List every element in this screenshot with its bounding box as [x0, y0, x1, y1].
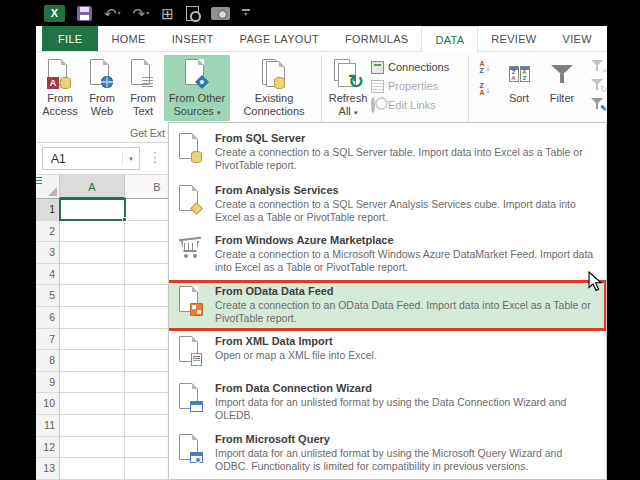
name-box[interactable]: A1 ▾	[42, 147, 140, 170]
row-header[interactable]: 7	[36, 329, 60, 351]
existing-connections-button[interactable]: ExistingConnections	[230, 55, 318, 121]
excel-window: X ↶ ▾ ↷ ▾ ⊞ ▾ FILE HOM	[0, 0, 640, 480]
undo-button[interactable]: ↶ ▾	[104, 6, 121, 21]
reapply-filter-button: ↻	[590, 79, 606, 92]
qat-more-arrow: ▾	[244, 12, 247, 17]
tab-home[interactable]: HOME	[98, 26, 158, 51]
cell[interactable]	[60, 285, 125, 307]
dropdown-arrow-icon: ▾	[217, 109, 221, 116]
sql-server-icon	[178, 133, 204, 163]
from-access-button[interactable]: A FromAccess	[38, 55, 82, 121]
menu-item-from-analysis-services[interactable]: From Analysis Services Create a connecti…	[169, 180, 606, 230]
menu-item-title: From Analysis Services	[215, 184, 594, 197]
cell[interactable]	[60, 329, 125, 351]
excel-logo-letter: X	[51, 8, 58, 19]
undo-icon: ↶	[104, 6, 117, 21]
from-other-sources-icon	[184, 59, 210, 89]
connections-button[interactable]: Connections	[371, 59, 465, 75]
advanced-filter-button[interactable]: ✎	[590, 98, 606, 111]
customize-qat-button[interactable]: ▾	[242, 9, 250, 17]
menu-item-description: Create a connection to a SQL Server tabl…	[215, 146, 594, 172]
menu-item-from-odata-data-feed[interactable]: From OData Data Feed Create a connection…	[168, 280, 607, 331]
menu-item-from-microsoft-query[interactable]: From Microsoft Query Import data for an …	[169, 429, 606, 480]
tab-data[interactable]: DATA	[421, 26, 478, 52]
print-preview-icon[interactable]	[186, 6, 199, 21]
row-header[interactable]: 6	[36, 307, 60, 329]
camera-icon[interactable]	[211, 7, 230, 20]
sort-descending-button[interactable]: ZA ↓	[479, 82, 490, 96]
menu-item-from-xml-data-import[interactable]: From XML Data Import Open or map a XML f…	[169, 331, 606, 378]
tab-file[interactable]: FILE	[42, 26, 98, 51]
row-header[interactable]: 4	[36, 264, 60, 286]
letterbox-right	[607, 0, 640, 480]
menu-item-description: Import data for an unlisted format by us…	[215, 396, 594, 422]
row-header[interactable]: 1	[36, 199, 60, 221]
xml-import-icon	[178, 336, 204, 366]
sort-za-icon: ↓	[486, 84, 491, 95]
cell-a1[interactable]	[60, 199, 125, 221]
from-other-sources-button[interactable]: From Other Sources ▾	[164, 55, 230, 121]
menu-item-description: Create a connection to an OData Data Fee…	[215, 299, 592, 325]
row-header[interactable]: 12	[36, 437, 60, 459]
tab-view[interactable]: VIEW	[550, 26, 605, 51]
save-icon[interactable]	[77, 6, 92, 21]
tab-review[interactable]: REVIEW	[478, 26, 549, 51]
row-header[interactable]: 9	[36, 372, 60, 394]
menu-item-from-windows-azure-marketplace[interactable]: From Windows Azure Marketplace Create a …	[169, 230, 606, 280]
excel-logo-icon[interactable]: X	[44, 5, 65, 22]
column-header-a[interactable]: A	[60, 175, 125, 198]
data-connection-wizard-icon	[178, 383, 204, 413]
filter-icon	[550, 63, 574, 85]
row-header[interactable]: 8	[36, 350, 60, 372]
menu-item-from-sql-server[interactable]: From SQL Server Create a connection to a…	[169, 128, 606, 180]
tab-insert[interactable]: INSERT	[159, 26, 227, 51]
edit-links-button: Edit Links	[371, 97, 465, 113]
formula-bar-grip-icon[interactable]: ⋮	[148, 149, 162, 165]
redo-button[interactable]: ↷ ▾	[133, 6, 150, 21]
cell[interactable]	[60, 415, 125, 437]
cell[interactable]	[60, 242, 125, 264]
name-box-dropdown-icon[interactable]: ▾	[123, 155, 139, 163]
cell[interactable]	[60, 264, 125, 286]
menu-item-from-data-connection-wizard[interactable]: From Data Connection Wizard Import data …	[169, 378, 606, 429]
cell[interactable]	[60, 372, 125, 394]
row-header[interactable]: 10	[36, 393, 60, 415]
cell[interactable]	[60, 437, 125, 459]
from-text-icon	[130, 59, 156, 89]
row-header[interactable]: 13	[36, 458, 60, 480]
sort-button[interactable]: ZA AZ Sort	[498, 55, 540, 121]
row-header[interactable]: 5	[36, 285, 60, 307]
sort-icon: ZA AZ	[509, 66, 530, 82]
cell[interactable]	[60, 307, 125, 329]
row-header[interactable]: 11	[36, 415, 60, 437]
menu-item-description: Create a connection to a SQL Server Anal…	[215, 198, 594, 224]
from-text-button[interactable]: FromText	[122, 55, 164, 121]
filter-button[interactable]: Filter	[540, 55, 584, 121]
menu-item-title: From XML Data Import	[215, 335, 594, 348]
reapply-filter-icon: ↻	[600, 86, 607, 94]
menu-item-title: From Microsoft Query	[215, 433, 594, 446]
undo-dropdown-icon[interactable]: ▾	[118, 6, 121, 21]
clear-filter-button: ×	[590, 60, 606, 73]
letterbox-left	[0, 0, 36, 480]
menu-item-title: From SQL Server	[215, 132, 594, 145]
tab-formulas[interactable]: FORMULAS	[332, 26, 422, 51]
row-header[interactable]: 3	[36, 242, 60, 264]
cell[interactable]	[60, 221, 125, 243]
refresh-all-button[interactable]: ↻ Refresh All ▾	[325, 55, 371, 121]
connections-icon	[371, 61, 384, 74]
cell[interactable]	[60, 458, 125, 480]
existing-connections-icon	[261, 59, 287, 89]
sort-ascending-button[interactable]: AZ ↓	[479, 60, 490, 74]
redo-dropdown-icon[interactable]: ▾	[146, 6, 149, 21]
cell[interactable]	[60, 393, 125, 415]
cell[interactable]	[60, 350, 125, 372]
from-other-sources-menu: From SQL Server Create a connection to a…	[168, 122, 607, 480]
from-web-button[interactable]: FromWeb	[82, 55, 122, 121]
menu-item-description: Open or map a XML file into Excel.	[215, 349, 594, 362]
borders-icon[interactable]: ⊞	[161, 6, 174, 21]
tab-page-layout[interactable]: PAGE LAYOUT	[227, 26, 332, 51]
name-box-value[interactable]: A1	[43, 152, 122, 166]
sort-az-icon: ↓	[486, 62, 491, 73]
row-header[interactable]: 2	[36, 221, 60, 243]
